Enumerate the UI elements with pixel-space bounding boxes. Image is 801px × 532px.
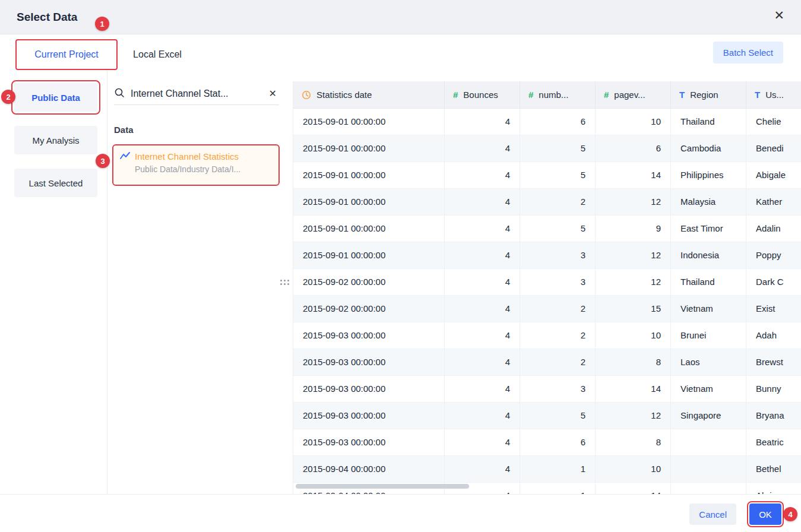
dialog-header: Select Data ✕ [0, 0, 801, 34]
sidebar-item-last-selected[interactable]: Last Selected [14, 169, 97, 197]
table-cell: Bunny [746, 376, 801, 402]
table-cell: 10 [596, 109, 671, 135]
hash-icon: # [453, 90, 458, 99]
hash-icon: # [528, 90, 533, 99]
table-cell: 2015-09-01 00:00:00 [293, 162, 445, 188]
search-input[interactable]: Internet Channel Stat... ✕ [114, 83, 279, 105]
table-cell: Singapore [671, 403, 746, 429]
table-cell: Vietnam [671, 376, 746, 402]
table-cell: 8 [596, 349, 671, 375]
table-cell: 1 [520, 456, 596, 482]
table-row[interactable]: 2015-09-04 00:00:004110Bethel [293, 456, 801, 483]
table-cell: 15 [596, 296, 671, 322]
horizontal-scrollbar[interactable] [296, 484, 469, 489]
table-cell: 2 [520, 349, 596, 375]
table-cell: 3 [520, 269, 596, 295]
table-cell: 8 [596, 429, 671, 455]
table-cell: Bethel [746, 456, 801, 482]
table-cell: Cambodia [671, 135, 746, 162]
table-cell: 2015-09-03 00:00:00 [293, 403, 445, 429]
line-chart-icon [120, 151, 131, 162]
table-row[interactable]: 2015-09-02 00:00:004312ThailandDark C [293, 269, 801, 296]
table-body: 2015-09-01 00:00:004610ThailandChelie201… [293, 109, 801, 494]
annotation-badge-2: 2 [1, 90, 15, 104]
table-row[interactable]: 2015-09-01 00:00:004312IndonesiaPoppy [293, 242, 801, 269]
table-row[interactable]: 2015-09-01 00:00:00456CambodiaBenedi [293, 135, 801, 162]
ok-button[interactable]: OK [749, 504, 781, 525]
annotation-badge-3: 3 [96, 154, 110, 168]
table-cell: 2015-09-01 00:00:00 [293, 135, 445, 162]
column-header-statistics-date[interactable]: Statistics date [293, 81, 445, 108]
text-field-icon: T [755, 90, 760, 99]
table-header-row: Statistics date#Bounces#numb...#pagev...… [293, 81, 801, 109]
table-cell: 5 [520, 216, 596, 242]
table-row[interactable]: 2015-09-01 00:00:00459East TimorAdalin [293, 216, 801, 242]
close-icon[interactable]: ✕ [774, 9, 784, 21]
table-cell: Abigale [746, 162, 801, 188]
table-cell: 4 [445, 109, 520, 135]
table-cell: 4 [445, 349, 520, 375]
table-cell: 14 [596, 162, 671, 188]
table-row[interactable]: 2015-09-01 00:00:004610ThailandChelie [293, 109, 801, 135]
table-cell: 4 [445, 162, 520, 188]
table-cell: 2 [520, 322, 596, 349]
table-row[interactable]: 2015-09-03 00:00:004512SingaporeBryana [293, 403, 801, 429]
sidebar-item-public-data[interactable]: Public Data [14, 83, 97, 112]
table-row[interactable]: 2015-09-03 00:00:004210BruneiAdah [293, 322, 801, 349]
table-cell: Abrian [746, 483, 801, 494]
data-item-internet-channel-statistics[interactable]: Internet Channel Statistics Public Data/… [114, 146, 278, 184]
table-cell: 4 [445, 296, 520, 322]
table-cell: 6 [520, 109, 596, 135]
table-cell: 3 [520, 376, 596, 402]
column-label: pagev... [614, 90, 645, 100]
tab-current-project[interactable]: Current Project [17, 40, 116, 69]
table-cell: 4 [445, 269, 520, 295]
table-cell: Exist [746, 296, 801, 322]
column-label: Us... [765, 90, 784, 100]
table-row[interactable]: 2015-09-03 00:00:00468Beatric [293, 429, 801, 456]
data-item-name: Internet Channel Statistics [135, 151, 239, 162]
column-label: Statistics date [316, 90, 372, 100]
column-header-bounces[interactable]: #Bounces [445, 81, 520, 108]
table-row[interactable]: 2015-09-01 00:00:004212MalaysiaKather [293, 189, 801, 216]
table-cell: 4 [445, 189, 520, 215]
table-cell: 4 [445, 456, 520, 482]
column-header-pagev[interactable]: #pagev... [596, 81, 671, 108]
table-cell: Benedi [746, 135, 801, 162]
table-cell: Laos [671, 349, 746, 375]
table-cell: 12 [596, 269, 671, 295]
column-header-numb[interactable]: #numb... [520, 81, 596, 108]
table-row[interactable]: 2015-09-01 00:00:004514PhilippinesAbigal… [293, 162, 801, 189]
panel-resize-handle[interactable] [280, 273, 289, 292]
column-header-us[interactable]: TUs... [746, 81, 801, 108]
table-row[interactable]: 2015-09-02 00:00:004215VietnamExist [293, 296, 801, 322]
table-cell: 5 [520, 403, 596, 429]
clear-search-icon[interactable]: ✕ [269, 88, 279, 99]
table-cell: 4 [445, 242, 520, 268]
table-cell: 12 [596, 189, 671, 215]
table-cell: 2015-09-03 00:00:00 [293, 376, 445, 402]
cancel-button[interactable]: Cancel [689, 504, 736, 525]
tab-local-excel[interactable]: Local Excel [125, 40, 190, 69]
table-row[interactable]: 2015-09-03 00:00:00428LaosBrewst [293, 349, 801, 376]
table-cell: 2015-09-01 00:00:00 [293, 109, 445, 135]
text-field-icon: T [679, 90, 685, 99]
table-cell: 2015-09-02 00:00:00 [293, 269, 445, 295]
table-cell: 5 [520, 162, 596, 188]
batch-select-button[interactable]: Batch Select [713, 42, 783, 64]
sidebar-item-my-analysis[interactable]: My Analysis [14, 126, 97, 154]
table-cell [671, 483, 746, 494]
table-cell: Malaysia [671, 189, 746, 215]
table-cell: 4 [445, 216, 520, 242]
column-header-region[interactable]: TRegion [671, 81, 746, 108]
table-cell: 9 [596, 216, 671, 242]
table-cell: 4 [445, 403, 520, 429]
sidebar-divider [107, 70, 107, 494]
tab-current-project-label: Current Project [34, 49, 99, 59]
table-cell: Indonesia [671, 242, 746, 268]
table-row[interactable]: 2015-09-03 00:00:004314VietnamBunny [293, 376, 801, 403]
table-cell: 2015-09-03 00:00:00 [293, 349, 445, 375]
dialog-footer: Cancel OK [0, 494, 801, 532]
table-cell: Chelie [746, 109, 801, 135]
preview-table: Statistics date#Bounces#numb...#pagev...… [293, 81, 801, 494]
